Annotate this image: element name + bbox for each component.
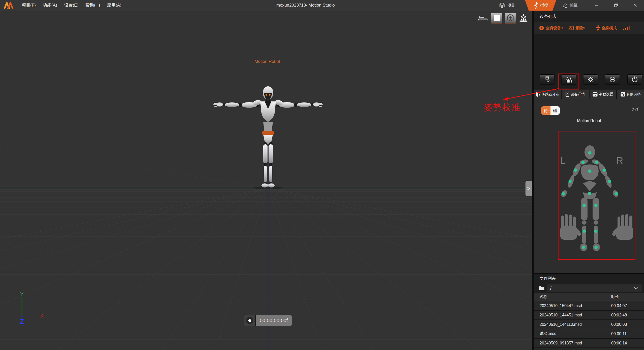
usb-icon	[544, 76, 550, 83]
timecode-display: 00:00:00 00f	[256, 315, 292, 326]
minus-circle-icon	[609, 76, 616, 83]
device-status-icon	[539, 25, 544, 31]
calibration-people-icon	[565, 76, 572, 83]
mode-tab-project-label: 项目	[507, 3, 515, 8]
power-button[interactable]	[627, 74, 642, 85]
window-title: moxun2023713- Motion Studio	[276, 0, 335, 11]
minimize-icon	[594, 3, 599, 8]
file-list-header: 文件列表	[534, 274, 644, 284]
mode-tab-capture[interactable]: 捕捉	[525, 0, 556, 11]
panel-tabs: 传感器分布 设备详情 参数设置 骨骼调整	[534, 90, 644, 99]
folder-icon	[539, 286, 545, 290]
panel-model-label: Motion Robot	[534, 119, 644, 123]
pose-calibration-button[interactable]	[561, 74, 576, 85]
stop-view-button[interactable]	[491, 13, 502, 23]
viewport-3d[interactable]: Y X Z Motion Robot > 00:00:00 00f	[0, 11, 532, 350]
file-row[interactable]: 20240510_144110.msd 00:00:03	[534, 320, 644, 329]
settings-button[interactable]	[583, 74, 598, 85]
record-icon	[246, 317, 253, 324]
menu-help[interactable]: 帮助(H)	[82, 0, 104, 11]
mode-tab-capture-label: 捕捉	[540, 3, 548, 8]
file-row[interactable]: 20240510_144451.msd 00:02:48	[534, 311, 644, 320]
path-breadcrumb[interactable]: /	[547, 284, 642, 292]
device-name: 全身设备1	[546, 26, 563, 31]
toggle-magnetic[interactable]: 磁	[550, 106, 560, 115]
file-duration: 00:00:03	[606, 322, 644, 327]
gear-icon	[587, 76, 594, 83]
file-name: 20240510_144451.msd	[540, 313, 606, 317]
maximize-button[interactable]	[612, 0, 620, 11]
file-duration: 00:04:07	[606, 304, 644, 308]
viewport-model-label: Motion Robot	[248, 59, 286, 64]
robot-belt	[262, 131, 274, 135]
frequency-band-icon	[569, 26, 574, 30]
axis-z-label: Z	[20, 318, 24, 326]
file-list-section: 文件列表 / 名称 时长 20240510_150447.msd 00:04:0…	[534, 273, 644, 350]
file-row[interactable]: 20240423_101646.msd 00:00:11	[534, 348, 644, 350]
square-icon	[494, 15, 500, 21]
timeline-widget: 00:00:00 00f	[244, 315, 292, 326]
menu-project[interactable]: 项目(F)	[18, 0, 39, 11]
toggle-inertial[interactable]: 得	[541, 106, 550, 115]
tab-device-details[interactable]: 设备详情	[562, 90, 589, 99]
tab-parameter-settings-label: 参数设置	[599, 92, 613, 97]
close-button[interactable]	[631, 0, 639, 11]
record-button[interactable]	[244, 315, 256, 326]
device-mode: 全身模式	[602, 26, 617, 31]
viewport-panel-divider	[532, 11, 534, 350]
axis-x-label: X	[40, 312, 44, 319]
close-icon	[633, 3, 637, 8]
pencil-icon	[562, 3, 568, 8]
file-list-title: 文件列表	[540, 276, 556, 281]
tab-skeleton-adjust[interactable]: 骨骼调整	[617, 90, 644, 99]
panel-collapse-handle[interactable]: >	[525, 181, 532, 196]
mode-tab-edit[interactable]: 编辑	[562, 0, 578, 11]
sensor-icon	[536, 92, 540, 97]
device-list-header: 设备列表	[534, 11, 644, 22]
menu-application[interactable]: 应用(A)	[104, 0, 125, 11]
file-row[interactable]: 试验.msd 00:00:11	[534, 329, 644, 339]
disconnect-button[interactable]	[605, 74, 620, 85]
titlebar: 项目(F) 功能(A) 设置(E) 帮助(H) 应用(A) moxun20237…	[0, 0, 644, 11]
chevron-down-icon[interactable]	[634, 287, 638, 290]
tab-sensor-distribution[interactable]: 传感器分布	[534, 90, 561, 99]
device-row[interactable]: 全身设备1 频段5 全身模式	[534, 22, 644, 34]
bone-icon	[621, 92, 625, 97]
file-name: 20240510_150447.msd	[540, 304, 606, 308]
model-view-button[interactable]	[505, 13, 516, 23]
eye-closed-icon[interactable]	[631, 106, 639, 112]
file-path-row[interactable]: /	[534, 284, 644, 293]
usb-connect-button[interactable]	[540, 74, 554, 85]
full-body-mode-icon	[596, 25, 600, 31]
file-name: 20240509_091857.msd	[540, 341, 606, 345]
body-left-label: L	[560, 155, 566, 166]
file-row[interactable]: 20240509_091857.msd 00:00:14	[534, 339, 644, 348]
file-name: 试验.msd	[540, 331, 606, 336]
rest-pose-bed-icon[interactable]	[478, 14, 488, 21]
device-list-title: 设备列表	[540, 14, 557, 19]
scene-cube-icon[interactable]	[519, 14, 528, 22]
menu-function[interactable]: 功能(A)	[39, 0, 61, 11]
column-name[interactable]: 名称	[540, 294, 606, 299]
layers-icon	[499, 2, 505, 9]
mode-tab-project[interactable]: 项目	[499, 0, 515, 11]
tab-sensor-distribution-label: 传感器分布	[541, 92, 559, 97]
column-duration[interactable]: 时长	[606, 294, 644, 300]
sensor-distribution-section: 得 磁 Motion Robot L R	[534, 99, 644, 273]
mode-tab-edit-label: 编辑	[570, 3, 578, 8]
body-right-label: R	[616, 155, 623, 166]
sliders-icon	[593, 92, 598, 97]
file-row[interactable]: 20240510_150447.msd 00:04:07	[534, 301, 644, 311]
axis-gizmo: Y X Z	[20, 291, 44, 326]
tab-parameter-settings[interactable]: 参数设置	[590, 90, 617, 99]
device-band: 频段5	[575, 26, 585, 31]
menu-settings[interactable]: 设置(E)	[61, 0, 82, 11]
tab-skeleton-adjust-label: 骨骼调整	[627, 92, 641, 97]
minimize-button[interactable]	[592, 0, 601, 11]
body-sensor-diagram[interactable]: L R	[558, 131, 635, 260]
app-logo-icon	[4, 2, 14, 9]
tab-device-details-label: 设备详情	[571, 92, 585, 97]
maximize-icon	[614, 3, 618, 8]
signal-strength-icon	[623, 25, 630, 31]
sensor-mode-toggle[interactable]: 得 磁	[541, 106, 560, 115]
